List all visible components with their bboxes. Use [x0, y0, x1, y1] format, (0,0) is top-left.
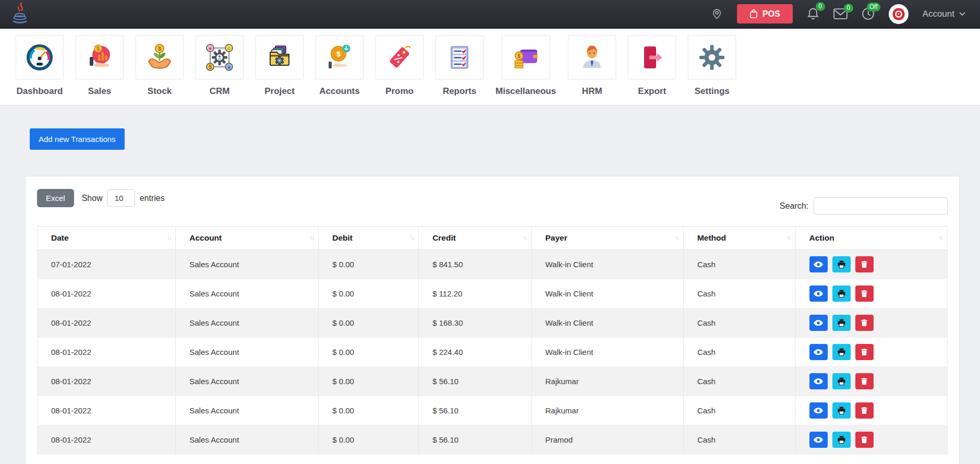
messages-button[interactable]: 0 [833, 8, 848, 19]
printer-icon [838, 436, 845, 444]
print-row-button[interactable] [832, 373, 851, 389]
menu-item-hrm[interactable]: HRM [568, 35, 616, 97]
print-row-button[interactable] [832, 402, 851, 419]
delete-row-button[interactable] [855, 373, 874, 389]
delete-row-button[interactable] [855, 344, 874, 360]
cell-debit: $ 0.00 [319, 250, 419, 279]
cell-credit: $ 112.20 [419, 279, 531, 308]
cell-action [795, 308, 947, 338]
menu-item-miscellaneous[interactable]: $ Miscellaneous [495, 35, 556, 97]
notifications-button[interactable]: 0 [807, 7, 819, 21]
cell-account: Sales Account [176, 279, 319, 308]
cell-credit: $ 56.10 [419, 425, 531, 455]
print-row-button[interactable] [832, 256, 851, 272]
cell-debit: $ 0.00 [319, 396, 419, 425]
show-label: Show [82, 194, 103, 203]
delete-row-button[interactable] [855, 256, 874, 272]
view-row-button[interactable] [809, 373, 828, 389]
crm-network-icon: ♥ ☺ $ ★ [205, 43, 234, 72]
entries-select[interactable]: 10 [107, 189, 135, 207]
cell-method: Cash [683, 250, 795, 279]
clock-button[interactable]: Off [862, 7, 875, 20]
column-header-credit[interactable]: Credit↑↓ [419, 227, 531, 250]
print-row-button[interactable] [832, 344, 851, 360]
delete-row-button[interactable] [855, 402, 874, 419]
column-header-payer[interactable]: Payer↑↓ [531, 227, 683, 250]
view-row-button[interactable] [809, 402, 828, 419]
menu-item-accounts[interactable]: $ Accounts [316, 35, 364, 97]
print-row-button[interactable] [832, 432, 851, 448]
menu-item-promo[interactable]: Promo [376, 35, 424, 97]
show-entries-control: Show 10 entries [82, 189, 165, 207]
notifications-badge: 0 [816, 2, 825, 11]
cell-method: Cash [683, 396, 795, 425]
project-folder-gear-icon [265, 43, 294, 72]
print-row-button[interactable] [832, 315, 851, 331]
cell-credit: $ 168.30 [419, 308, 531, 338]
settings-gear-icon [698, 43, 726, 72]
view-row-button[interactable] [809, 344, 828, 360]
trash-icon [861, 378, 867, 385]
cell-payer: Pramod [531, 425, 683, 455]
delete-row-button[interactable] [855, 432, 874, 448]
cell-method: Cash [683, 279, 795, 308]
column-header-debit[interactable]: Debit↑↓ [319, 227, 419, 250]
search-input[interactable] [814, 197, 948, 215]
menu-item-export[interactable]: Export [628, 35, 676, 97]
view-row-button[interactable] [809, 432, 828, 448]
svg-text:★: ★ [227, 65, 231, 70]
svg-text:$: $ [158, 45, 161, 52]
menu-label: Reports [443, 86, 476, 97]
avatar[interactable] [889, 4, 909, 24]
menu-card [628, 35, 676, 79]
menu-item-sales[interactable]: $ Sales [76, 35, 124, 97]
excel-export-button[interactable]: Excel [37, 189, 74, 207]
view-row-button[interactable] [809, 256, 828, 272]
account-menu[interactable]: Account [923, 9, 965, 19]
cell-method: Cash [683, 425, 795, 455]
cell-debit: $ 0.00 [319, 425, 419, 455]
menu-label: Miscellaneous [495, 86, 556, 97]
menu-item-crm[interactable]: ♥ ☺ $ ★ CRM [196, 35, 244, 97]
shopping-bag-icon [749, 9, 758, 19]
add-transactions-button[interactable]: Add new Transactions [30, 128, 125, 150]
cell-payer: Rajkumar [531, 367, 683, 396]
column-label: Credit [432, 233, 456, 242]
menu-item-dashboard[interactable]: Dashboard [16, 35, 64, 97]
cell-date: 08-01-2022 [38, 396, 176, 425]
page-content: Add new Transactions Excel Show 10 entri… [0, 105, 980, 464]
cell-method: Cash [683, 308, 795, 338]
cell-debit: $ 0.00 [319, 338, 419, 367]
column-header-method[interactable]: Method↑↓ [683, 227, 795, 250]
app-logo[interactable] [11, 2, 29, 26]
location-button[interactable] [711, 8, 723, 20]
table-row: 08-01-2022Sales Account$ 0.00$ 56.10Rajk… [38, 396, 948, 425]
stock-plant-coin-icon: $ [145, 43, 174, 72]
menu-card [16, 35, 64, 79]
cell-account: Sales Account [176, 367, 319, 396]
menu-label: Settings [695, 86, 730, 97]
eye-icon [814, 437, 823, 443]
cell-payer: Walk-in Client [531, 338, 683, 367]
column-header-action[interactable]: Action↑↓ [795, 227, 947, 250]
cell-account: Sales Account [176, 250, 319, 279]
view-row-button[interactable] [809, 315, 828, 331]
printer-icon [838, 260, 845, 268]
java-cup-logo-icon [11, 2, 29, 24]
menu-item-project[interactable]: Project [256, 35, 304, 97]
account-label: Account [923, 9, 954, 19]
delete-row-button[interactable] [855, 315, 874, 331]
print-row-button[interactable] [832, 285, 851, 302]
sort-icon: ↑↓ [523, 234, 527, 242]
eye-icon [814, 349, 823, 355]
menu-item-reports[interactable]: Reports [435, 35, 483, 97]
column-header-account[interactable]: Account↑↓ [176, 227, 319, 250]
delete-row-button[interactable] [855, 285, 874, 302]
location-pin-icon [711, 8, 723, 20]
menu-item-settings[interactable]: Settings [688, 35, 736, 97]
column-header-date[interactable]: Date↑↓ [38, 227, 176, 250]
view-row-button[interactable] [809, 285, 828, 302]
pos-button[interactable]: POS [737, 4, 793, 23]
menu-item-stock[interactable]: $ Stock [136, 35, 184, 97]
cell-action [795, 279, 947, 308]
